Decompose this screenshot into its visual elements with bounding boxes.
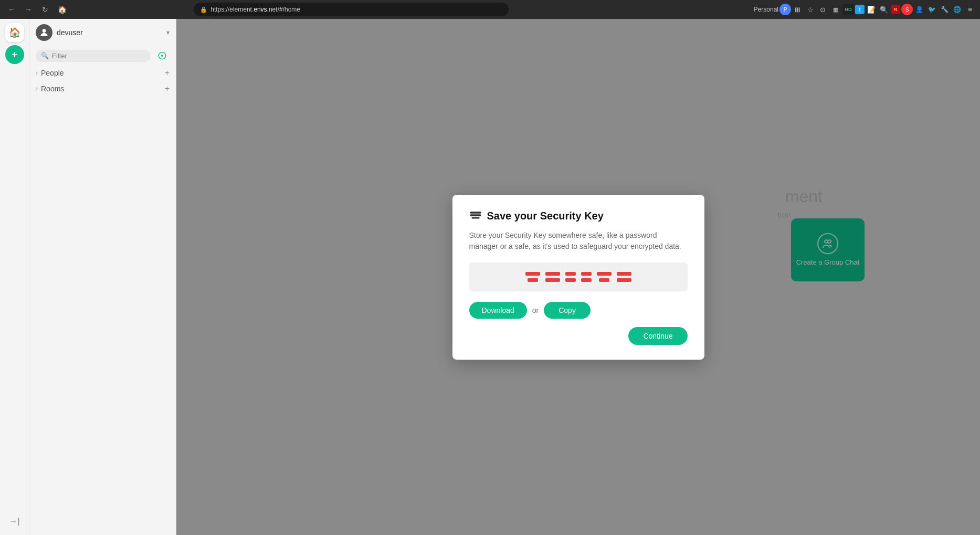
toolbar-10[interactable]: 🔧 (939, 4, 951, 15)
toolbar-11[interactable]: 🌐 (952, 4, 963, 15)
modal-actions-row: Download or Copy (469, 302, 688, 319)
key-bar (528, 278, 538, 282)
username-label: devuser (57, 28, 162, 37)
forward-button[interactable]: → (21, 2, 36, 17)
key-bar (617, 278, 631, 282)
key-bar (565, 272, 576, 276)
profile-icon[interactable]: P (779, 4, 791, 15)
toolbar-2[interactable]: HD (842, 4, 854, 15)
lock-icon: 🔒 (200, 6, 207, 13)
security-key-icon (469, 209, 482, 223)
reload-button[interactable]: ↻ (38, 2, 52, 17)
modal-footer: Continue (469, 327, 688, 345)
key-group-2 (545, 272, 560, 282)
security-key-modal: Save your Security Key Store your Securi… (452, 195, 704, 360)
continue-button[interactable]: Continue (628, 327, 687, 345)
toolbar-4[interactable]: 📝 (866, 4, 877, 15)
people-add-icon[interactable]: + (165, 68, 170, 78)
key-bar (617, 272, 631, 276)
dropdown-icon[interactable]: ▾ (166, 29, 170, 36)
home-button[interactable]: 🏠 (55, 2, 69, 17)
app-layout: 🏠 + →| devuser ▾ 🔍 (0, 19, 980, 535)
browser-chrome: ← → ↻ 🏠 🔒 https://element.envs.net/#/hom… (0, 0, 980, 19)
rooms-label: Rooms (41, 85, 165, 93)
pocket-icon[interactable]: ⊙ (817, 4, 829, 15)
toolbar-6[interactable]: R (891, 5, 900, 14)
avatar (36, 24, 52, 41)
profile-label: Personal (754, 6, 778, 13)
search-icon: 🔍 (41, 52, 49, 59)
modal-title-row: Save your Security Key (469, 209, 688, 223)
svg-point-0 (43, 29, 46, 33)
toolbar-5[interactable]: 🔍 (878, 4, 890, 15)
sidebar-header: devuser ▾ (29, 19, 176, 46)
key-group-6 (617, 272, 631, 282)
home-button[interactable]: 🏠 (5, 23, 24, 42)
download-button[interactable]: Download (469, 302, 527, 319)
svg-rect-5 (470, 212, 481, 214)
toolbar-8[interactable]: 👤 (914, 4, 925, 15)
left-rail: 🏠 + →| (0, 19, 29, 535)
sidebar-section-people[interactable]: › People + (29, 65, 176, 81)
key-bar (581, 272, 592, 276)
extensions-icon[interactable]: ⊞ (792, 4, 804, 15)
security-key-display (469, 263, 688, 291)
rooms-add-icon[interactable]: + (165, 84, 170, 93)
toolbar-1[interactable]: ▦ (830, 4, 841, 15)
modal-overlay: Save your Security Key Store your Securi… (176, 19, 980, 535)
compose-icon-button[interactable] (155, 48, 170, 63)
svg-point-2 (161, 55, 163, 57)
toolbar-3[interactable]: t (855, 5, 865, 14)
modal-description: Store your Security Key somewhere safe, … (469, 230, 688, 252)
key-bar (545, 272, 560, 276)
filter-input-wrap: 🔍 (36, 50, 151, 62)
filter-input[interactable] (52, 52, 145, 60)
sidebar: devuser ▾ 🔍 › People + › Rooms (29, 19, 176, 535)
bookmark-icon[interactable]: ☆ (805, 4, 816, 15)
back-button[interactable]: ← (4, 2, 19, 17)
people-label: People (41, 69, 165, 77)
main-content: ment tion Create a Group Chat (176, 19, 980, 535)
key-group-1 (525, 272, 540, 282)
svg-rect-6 (470, 214, 481, 216)
key-bar (599, 278, 609, 282)
rooms-chevron-icon: › (36, 85, 38, 92)
url-display: https://element.envs.net/#/home (210, 6, 300, 13)
copy-button[interactable]: Copy (544, 302, 591, 319)
or-label: or (532, 306, 539, 314)
toolbar-7[interactable]: S (901, 4, 913, 15)
modal-title: Save your Security Key (487, 210, 604, 222)
address-bar[interactable]: 🔒 https://element.envs.net/#/home (194, 3, 509, 16)
sidebar-section-rooms[interactable]: › Rooms + (29, 81, 176, 97)
filter-row: 🔍 (29, 46, 176, 65)
svg-rect-7 (471, 217, 479, 218)
key-bar (565, 278, 576, 282)
key-group-3 (565, 272, 576, 282)
browser-nav-buttons: ← → ↻ 🏠 (4, 2, 69, 17)
toolbar-9[interactable]: 🐦 (926, 4, 938, 15)
key-bar (525, 272, 540, 276)
key-group-5 (597, 272, 612, 282)
key-bar (581, 278, 592, 282)
menu-icon[interactable]: ≡ (964, 4, 976, 15)
key-bar (545, 278, 560, 282)
key-group-4 (581, 272, 592, 282)
key-bar (597, 272, 612, 276)
compose-button[interactable]: + (5, 45, 24, 64)
people-chevron-icon: › (36, 69, 38, 77)
logout-button[interactable]: →| (5, 512, 24, 531)
browser-toolbar: Personal P ⊞ ☆ ⊙ ▦ HD t 📝 🔍 R S 👤 🐦 🔧 🌐 … (754, 4, 976, 15)
